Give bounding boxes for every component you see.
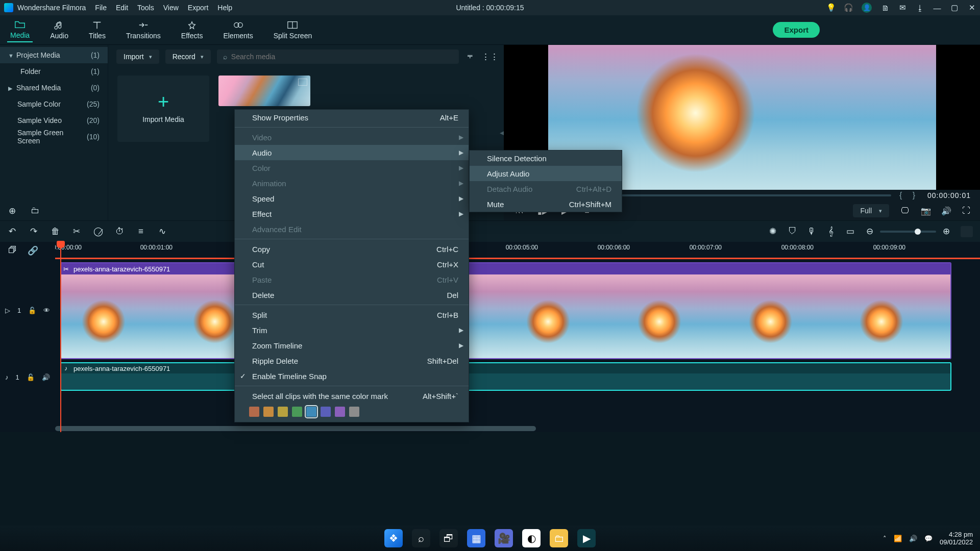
tab-split-screen[interactable]: Split Screen — [271, 18, 315, 42]
color-icon[interactable]: ✺ — [768, 226, 778, 237]
volume-icon[interactable]: 🔊 — [941, 206, 950, 216]
sidebar-item-sample-color[interactable]: Sample Color (25) — [0, 96, 108, 112]
tray-chevron-icon[interactable]: ˄ — [883, 535, 887, 542]
delete-trash-icon[interactable]: 🗑 — [50, 227, 60, 237]
audio-track-header[interactable]: ♪1 🔓 🔊 — [0, 361, 55, 393]
tab-effects[interactable]: Effects — [178, 18, 206, 42]
menu-help[interactable]: Help — [217, 4, 232, 12]
sub-silence-detection[interactable]: Silence Detection — [470, 151, 622, 166]
save-icon[interactable]: 🗎 — [881, 4, 889, 12]
ctx-show-properties[interactable]: Show PropertiesAlt+E — [235, 110, 469, 125]
marker-frame-icon[interactable]: ▭ — [845, 226, 855, 237]
tray-clock[interactable]: 4:28 pm 09/01/2022 — [940, 531, 973, 546]
adjust-sliders-icon[interactable]: ≡ — [136, 227, 146, 237]
filter-icon[interactable]: ⫧ — [465, 52, 475, 62]
ctx-effect[interactable]: Effect▶ — [235, 206, 469, 221]
color-swatch[interactable] — [321, 407, 331, 417]
video-clip[interactable]: pexels-anna-tarazevich-6550971 — [60, 262, 951, 359]
audio-wave-icon[interactable]: ∿ — [157, 226, 167, 237]
audio-clip[interactable]: pexels-anna-tarazevich-6550971 — [60, 362, 951, 391]
ctx-copy[interactable]: CopyCtrl+C — [235, 241, 469, 257]
grid-view-icon[interactable]: ⋮⋮⋮ — [481, 52, 492, 62]
sub-mute[interactable]: MuteCtrl+Shift+M — [470, 196, 622, 212]
mic-icon[interactable]: 🎙 — [806, 227, 817, 237]
ctx-cut[interactable]: CutCtrl+X — [235, 257, 469, 272]
download-icon[interactable]: ⭳ — [916, 4, 924, 12]
media-thumbnail[interactable] — [218, 76, 310, 106]
tab-elements[interactable]: Elements — [220, 18, 256, 42]
tab-audio[interactable]: Audio — [47, 18, 71, 42]
display-monitor-icon[interactable]: 🖵 — [900, 206, 910, 215]
taskbar-app-widgets[interactable]: ▦ — [467, 529, 485, 547]
sidebar-item-sample-video[interactable]: Sample Video (20) — [0, 112, 108, 129]
scrollbar-thumb[interactable] — [55, 426, 536, 431]
window-maximize-icon[interactable]: ▢ — [950, 4, 959, 12]
search-input[interactable] — [231, 53, 453, 61]
window-close-icon[interactable]: ✕ — [968, 4, 976, 12]
search-media[interactable]: ⌕ — [217, 49, 459, 64]
timeline-ruler[interactable]: 00:00:00:00 00:00:01:00 00:00:05:00 00:0… — [55, 242, 980, 259]
sidebar-item-sample-green[interactable]: Sample Green Screen (10) — [0, 129, 108, 145]
quality-dropdown[interactable]: Full▾ — [853, 204, 889, 217]
taskbar-app-chat[interactable]: 🎥 — [495, 529, 513, 547]
undo-icon[interactable]: ↶ — [7, 226, 17, 237]
color-swatch[interactable] — [263, 407, 274, 417]
fullscreen-icon[interactable]: ⛶ — [962, 206, 971, 215]
ctx-select-by-color[interactable]: Select all clips with the same color mar… — [235, 388, 469, 404]
window-minimize-icon[interactable]: — — [933, 4, 941, 12]
fit-zoom-button[interactable] — [961, 226, 973, 237]
taskbar-app-filmora[interactable]: ▶ — [577, 529, 596, 547]
taskbar-search-icon[interactable]: ⌕ — [412, 529, 430, 547]
timeline-layers-icon[interactable]: 🗇 — [7, 245, 17, 256]
ctx-zoom-timeline[interactable]: Zoom Timeline▶ — [235, 338, 469, 353]
tray-volume-icon[interactable]: 🔊 — [909, 535, 917, 542]
import-dropdown[interactable]: Import▾ — [116, 49, 159, 64]
color-swatch[interactable] — [306, 407, 316, 417]
lock-icon[interactable]: 🔓 — [28, 307, 36, 314]
sub-adjust-audio[interactable]: Adjust Audio — [470, 166, 622, 181]
sidebar-item-folder[interactable]: Folder (1) — [0, 63, 108, 80]
ctx-trim[interactable]: Trim▶ — [235, 322, 469, 338]
task-view-icon[interactable]: 🗗 — [439, 529, 458, 547]
menu-export[interactable]: Export — [188, 4, 208, 12]
redo-icon[interactable]: ↷ — [29, 226, 39, 237]
lock-icon[interactable]: 🔓 — [27, 373, 35, 381]
new-folder-plus-icon[interactable]: ⊕ — [7, 206, 17, 216]
menu-tools[interactable]: Tools — [137, 4, 154, 12]
notifications-icon[interactable]: 💬 — [924, 535, 933, 542]
color-swatch[interactable] — [335, 407, 345, 417]
zoom-slider[interactable] — [880, 231, 936, 233]
timeline-lanes[interactable]: pexels-anna-tarazevich-6550971 pexels-an… — [55, 259, 980, 425]
support-headset-icon[interactable]: 🎧 — [844, 4, 852, 12]
zoom-out-icon[interactable]: ⊖ — [865, 226, 875, 237]
timeline-scrollbar[interactable] — [0, 425, 980, 432]
import-media-card[interactable]: + Import Media — [117, 76, 209, 142]
menu-edit[interactable]: Edit — [116, 4, 128, 12]
sidebar-item-shared-media[interactable]: ▶Shared Media (0) — [0, 80, 108, 96]
eye-icon[interactable]: 👁 — [43, 307, 50, 314]
color-swatch[interactable] — [278, 407, 288, 417]
tab-titles[interactable]: Titles — [86, 18, 109, 42]
crop-icon[interactable]: ◯̷ — [93, 226, 103, 237]
folder-icon[interactable]: 🗀 — [30, 206, 40, 216]
tab-media[interactable]: Media — [7, 18, 33, 42]
wifi-icon[interactable]: 📶 — [894, 535, 902, 542]
video-track-header[interactable]: ▷1 🔓 👁 — [0, 259, 55, 361]
menu-view[interactable]: View — [163, 4, 179, 12]
ctx-ripple-delete[interactable]: Ripple DeleteShift+Del — [235, 353, 469, 368]
split-scissors-icon[interactable]: ✂ — [71, 226, 82, 237]
color-swatch[interactable] — [349, 407, 359, 417]
in-out-braces[interactable]: { } — [899, 191, 919, 200]
ctx-split[interactable]: SplitCtrl+B — [235, 307, 469, 322]
zoom-in-icon[interactable]: ⊕ — [941, 226, 951, 237]
taskbar-app-explorer[interactable]: 🗀 — [550, 529, 568, 547]
tips-icon[interactable]: 💡 — [827, 4, 835, 12]
account-avatar-icon[interactable]: 👤 — [862, 3, 872, 13]
color-swatch[interactable] — [292, 407, 302, 417]
ctx-enable-snap[interactable]: ✓Enable Timeline Snap — [235, 368, 469, 384]
ctx-speed[interactable]: Speed▶ — [235, 191, 469, 206]
sidebar-item-project-media[interactable]: ▼Project Media (1) — [0, 47, 108, 63]
ctx-audio[interactable]: Audio▶ — [235, 145, 469, 160]
record-dropdown[interactable]: Record▾ — [165, 49, 211, 64]
menu-file[interactable]: File — [95, 4, 107, 12]
